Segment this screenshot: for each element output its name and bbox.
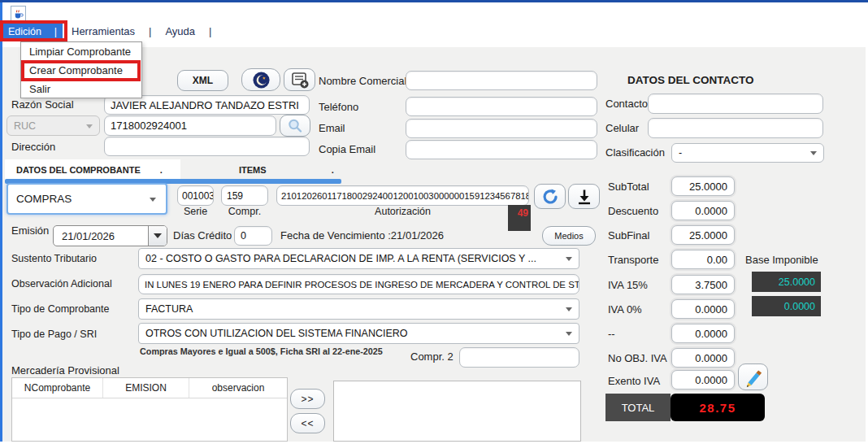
dias-credito-input[interactable]: 0 — [234, 226, 272, 246]
xml-button-label: XML — [193, 75, 213, 86]
ruc-type-select[interactable]: RUC — [7, 115, 100, 136]
java-app-icon — [11, 6, 26, 21]
mercaderia-provisional-label: Mercadería Provisional — [11, 364, 119, 377]
total-label: TOTAL — [622, 402, 655, 414]
move-right-label: >> — [301, 394, 314, 405]
copia-email-input[interactable] — [406, 140, 597, 159]
medios-button[interactable]: Medios — [542, 226, 596, 246]
autorizacion-input[interactable]: 2101202601171800292400120010030000001591… — [276, 185, 529, 206]
tab2-label: ITEMS — [239, 165, 267, 175]
subfinal-value: 25.0000 — [671, 225, 735, 245]
move-left-button[interactable]: << — [290, 413, 325, 433]
mercaderia-target-panel[interactable] — [333, 381, 581, 442]
subfinal-label: SubFinal — [608, 229, 649, 242]
iva15-value: 3.7500 — [671, 275, 735, 294]
search-icon — [287, 118, 303, 134]
direccion-label: Dirección — [11, 141, 55, 153]
ruc-value: 1718002924001 — [111, 120, 187, 132]
clasificacion-label: Clasificación — [605, 146, 665, 159]
ficha-sri-note: Compras Mayores e Igual a 500$, Ficha SR… — [140, 346, 383, 356]
moon-icon — [252, 71, 271, 89]
tab-datos-del-comprobante[interactable]: DATOS DEL COMPROBANTE . — [5, 159, 180, 180]
no-obj-iva-label: No OBJ. IVA — [608, 352, 667, 364]
menu-item-ayuda[interactable]: Ayuda — [165, 25, 195, 37]
tab1-label: DATOS DEL COMPROBANTE — [16, 165, 141, 175]
refresh-icon — [540, 187, 560, 207]
direccion-input[interactable] — [104, 137, 310, 156]
tab2-dot: . — [332, 165, 334, 175]
observacion-value: IN LUNES 19 ENERO PARA DEFINIR PROCESOS … — [145, 280, 579, 289]
contacto-input[interactable] — [648, 94, 823, 114]
observacion-label: Observación Adicional — [11, 278, 112, 289]
menu-item-salir[interactable]: Salir — [21, 80, 141, 98]
night-mode-button[interactable] — [241, 68, 280, 91]
table-header-emision[interactable]: EMISION — [103, 378, 189, 398]
autorizacion-label: Autorización — [276, 206, 529, 217]
descuento-value: 0.0000 — [671, 201, 735, 220]
tab-items[interactable]: ITEMS . — [180, 159, 358, 180]
subtotal-value: 25.0000 — [671, 176, 735, 196]
comprobante-num-input[interactable]: 159 — [221, 185, 268, 206]
chevron-down-icon — [810, 151, 817, 155]
celular-input[interactable] — [648, 118, 823, 138]
email-input[interactable] — [406, 119, 597, 138]
table-header-ncomprobante[interactable]: NComprobante — [12, 378, 103, 398]
razon-social-value: JAVIER ALEJANDRO TANDAZO ESTRI — [111, 99, 299, 111]
descuento-label: Descuento — [608, 205, 658, 217]
xml-button[interactable]: XML — [177, 70, 228, 91]
exento-iva-label: Exento IVA — [608, 375, 660, 387]
telefono-input[interactable] — [406, 97, 597, 116]
copia-email-label: Copia Email — [319, 143, 375, 155]
download-button[interactable] — [568, 184, 600, 209]
base-imponible-label: Base Imponible — [745, 254, 818, 266]
dias-credito-value: 0 — [241, 230, 246, 242]
serie-input[interactable]: 001003 — [177, 185, 214, 206]
total-value: 28.75 — [699, 401, 736, 415]
chevron-down-icon — [566, 307, 572, 311]
sustento-tributario-label: Sustento Tributario — [11, 253, 97, 264]
pencil-icon — [743, 367, 764, 388]
move-right-button[interactable]: >> — [290, 389, 325, 409]
menu-item-herramientas[interactable]: Herramientas — [72, 25, 135, 37]
clasificacion-select[interactable]: - — [671, 143, 824, 163]
tipo-comprobante-select[interactable]: FACTURA — [138, 298, 579, 320]
transporte-label: Transporte — [608, 254, 658, 266]
base-iva15-value: 25.0000 — [752, 272, 821, 292]
tipo-transaccion-value: COMPRAS — [16, 193, 72, 205]
transporte-value: 0.00 — [671, 250, 735, 269]
chevron-down-icon — [86, 124, 93, 128]
tipo-transaccion-select[interactable]: COMPRAS — [7, 183, 167, 215]
menu-item-limpiar-comprobante[interactable]: Limpiar Comprobante — [21, 42, 141, 61]
tipo-pago-select[interactable]: OTROS CON UTILIZACION DEL SISTEMA FINANC… — [138, 323, 579, 344]
move-left-label: << — [301, 418, 314, 429]
iva0-label: IVA 0% — [608, 303, 642, 316]
table-header-observacion[interactable]: observacion — [189, 378, 287, 398]
search-button[interactable] — [280, 115, 310, 137]
refresh-button[interactable] — [534, 184, 566, 209]
serie-label: Serie — [177, 206, 214, 217]
email-label: Email — [319, 122, 345, 134]
tipo-comprobante-value: FACTURA — [145, 303, 193, 315]
comprobante-num-value: 159 — [227, 190, 243, 202]
emision-date-picker[interactable]: 21/01/2026 — [53, 225, 167, 246]
iva0-value: 0.0000 — [671, 299, 735, 319]
compr2-input[interactable] — [459, 347, 579, 368]
ruc-type-value: RUC — [14, 120, 36, 132]
nombre-comercial-input[interactable] — [406, 71, 597, 90]
date-dropdown-button[interactable] — [148, 226, 167, 246]
ruc-input[interactable]: 1718002924001 — [104, 115, 276, 136]
sustento-tributario-select[interactable]: 02 - COSTO O GASTO PARA DECLARACION DE I… — [138, 248, 579, 269]
fecha-vencimiento-label: Fecha de Vencimiento :21/01/2026 — [280, 229, 444, 242]
comprobante-num-label: Compr. — [221, 206, 268, 217]
iva15-label: IVA 15% — [608, 279, 648, 291]
edit-totals-button[interactable] — [738, 363, 768, 390]
telefono-label: Teléfono — [319, 101, 358, 113]
add-record-button[interactable] — [284, 68, 315, 91]
razon-social-label: Razón Social — [11, 98, 74, 111]
mercaderia-table[interactable]: NComprobante EMISION observacion — [11, 377, 288, 442]
digit-count-badge: 49 — [508, 205, 531, 231]
add-record-icon — [290, 70, 310, 89]
tipo-comprobante-label: Tipo de Comprobante — [11, 303, 109, 315]
observacion-input[interactable]: IN LUNES 19 ENERO PARA DEFINIR PROCESOS … — [138, 274, 579, 294]
chevron-down-icon — [154, 233, 162, 238]
